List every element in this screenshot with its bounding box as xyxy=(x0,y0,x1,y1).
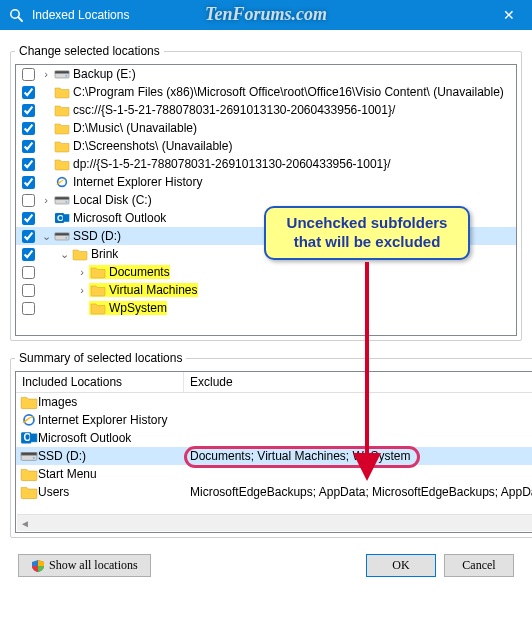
svg-rect-13 xyxy=(55,233,69,235)
tree-item-label: Backup (E:) xyxy=(71,67,136,81)
summary-row[interactable]: Start Menu xyxy=(16,465,532,483)
tree-checkbox[interactable] xyxy=(22,140,35,153)
change-locations-legend: Change selected locations xyxy=(15,44,164,58)
folder-icon xyxy=(90,283,106,297)
chevron-right-icon[interactable]: › xyxy=(75,266,89,278)
tree-row[interactable]: C:\Program Files (x86)\Microsoft Office\… xyxy=(16,83,516,101)
col-exclude[interactable]: Exclude xyxy=(184,372,532,392)
summary-name: Images xyxy=(38,395,77,409)
tree-checkbox[interactable] xyxy=(22,158,35,171)
tree-item-label: SSD (D:) xyxy=(71,229,121,243)
indexing-icon xyxy=(8,7,24,23)
chevron-right-icon[interactable]: › xyxy=(39,194,53,206)
folder-icon xyxy=(72,247,88,261)
tree-checkbox[interactable] xyxy=(22,266,35,279)
show-all-locations-button[interactable]: Show all locations xyxy=(18,554,151,577)
tree-item-label: Documents xyxy=(107,265,170,279)
locations-tree[interactable]: ›Backup (E:)C:\Program Files (x86)\Micro… xyxy=(15,64,517,336)
svg-rect-3 xyxy=(55,71,69,73)
tree-row[interactable]: ›Documents xyxy=(16,263,516,281)
tree-item-label: D:\Music\ (Unavailable) xyxy=(71,121,197,135)
svg-point-21 xyxy=(33,457,35,459)
tree-row[interactable]: ›Backup (E:) xyxy=(16,65,516,83)
folder-icon xyxy=(20,394,38,410)
tree-checkbox[interactable] xyxy=(22,86,35,99)
summary-row[interactable]: UsersMicrosoftEdgeBackups; AppData; Micr… xyxy=(16,483,532,501)
tree-item-label: Virtual Machines xyxy=(107,283,198,297)
tree-row[interactable]: Internet Explorer History xyxy=(16,173,516,191)
tree-item-label: C:\Program Files (x86)\Microsoft Office\… xyxy=(71,85,504,99)
tree-row[interactable]: ⌄Brink xyxy=(16,245,516,263)
summary-name: SSD (D:) xyxy=(38,449,86,463)
chevron-right-icon[interactable]: › xyxy=(39,68,53,80)
tree-checkbox[interactable] xyxy=(22,176,35,189)
tree-row[interactable]: D:\Music\ (Unavailable) xyxy=(16,119,516,137)
ok-button[interactable]: OK xyxy=(366,554,436,577)
tree-row[interactable]: csc://{S-1-5-21-788078031-2691013130-206… xyxy=(16,101,516,119)
close-button[interactable]: ✕ xyxy=(486,0,532,30)
tree-checkbox[interactable] xyxy=(22,212,35,225)
tree-row[interactable]: ⌄SSD (D:) xyxy=(16,227,516,245)
summary-name: Start Menu xyxy=(38,467,97,481)
folder-icon xyxy=(90,301,106,315)
tree-checkbox[interactable] xyxy=(22,68,35,81)
tree-checkbox[interactable] xyxy=(22,230,35,243)
tree-row[interactable]: D:\Screenshots\ (Unavailable) xyxy=(16,137,516,155)
window-title: Indexed Locations xyxy=(32,8,129,22)
folder-icon xyxy=(90,265,106,279)
summary-exclude: Documents; Virtual Machines; WpSystem xyxy=(190,449,411,463)
tree-row[interactable]: WpSystem xyxy=(16,299,516,317)
folder-icon xyxy=(54,139,70,153)
summary-row[interactable]: Internet Explorer History xyxy=(16,411,532,429)
summary-name: Users xyxy=(38,485,69,499)
drive-icon xyxy=(20,448,38,464)
folder-icon xyxy=(54,121,70,135)
summary-header: Included Locations Exclude xyxy=(16,372,532,393)
tree-item-label: D:\Screenshots\ (Unavailable) xyxy=(71,139,232,153)
horizontal-scrollbar[interactable]: ◄► xyxy=(17,514,532,531)
title-bar: Indexed Locations ✕ xyxy=(0,0,532,30)
drive-icon xyxy=(54,67,70,81)
tree-checkbox[interactable] xyxy=(22,284,35,297)
folder-icon xyxy=(54,103,70,117)
chevron-right-icon[interactable]: › xyxy=(75,284,89,296)
tree-row[interactable]: ›Virtual Machines xyxy=(16,281,516,299)
folder-icon xyxy=(54,85,70,99)
summary-row[interactable]: Images xyxy=(16,393,532,411)
tree-checkbox[interactable] xyxy=(22,122,35,135)
tree-row[interactable]: ›Local Disk (C:) xyxy=(16,191,516,209)
tree-item-label: dp://{S-1-5-21-788078031-2691013130-2060… xyxy=(71,157,391,171)
folder-icon xyxy=(20,484,38,500)
cancel-button[interactable]: Cancel xyxy=(444,554,514,577)
outlook-icon: O xyxy=(20,430,38,446)
tree-row[interactable]: OMicrosoft Outlook xyxy=(16,209,516,227)
summary-legend: Summary of selected locations xyxy=(15,351,186,365)
svg-rect-20 xyxy=(21,453,37,456)
summary-row[interactable]: OMicrosoft Outlook xyxy=(16,429,532,447)
col-included[interactable]: Included Locations xyxy=(16,372,184,392)
svg-point-5 xyxy=(58,178,67,187)
tree-checkbox[interactable] xyxy=(22,104,35,117)
folder-icon xyxy=(20,466,38,482)
chevron-down-icon[interactable]: ⌄ xyxy=(57,248,71,261)
tree-row[interactable]: dp://{S-1-5-21-788078031-2691013130-2060… xyxy=(16,155,516,173)
chevron-down-icon[interactable]: ⌄ xyxy=(39,230,53,243)
summary-listview[interactable]: Included Locations Exclude ImagesInterne… xyxy=(15,371,532,533)
shield-icon xyxy=(31,559,45,573)
tree-item-label: Microsoft Outlook xyxy=(71,211,166,225)
tree-checkbox[interactable] xyxy=(22,194,35,207)
summary-group: Summary of selected locations Included L… xyxy=(10,351,532,538)
internet-explorer-icon xyxy=(54,175,70,189)
tree-item-label: Brink xyxy=(89,247,118,261)
drive-icon xyxy=(54,193,70,207)
client-area: Change selected locations ›Backup (E:)C:… xyxy=(0,30,532,587)
change-locations-group: Change selected locations ›Backup (E:)C:… xyxy=(10,44,522,341)
footer: Show all locations OK Cancel xyxy=(10,548,522,577)
summary-row[interactable]: SSD (D:)Documents; Virtual Machines; WpS… xyxy=(16,447,532,465)
svg-point-15 xyxy=(24,415,34,425)
folder-icon xyxy=(54,157,70,171)
tree-checkbox[interactable] xyxy=(22,302,35,315)
tree-checkbox[interactable] xyxy=(22,248,35,261)
svg-point-14 xyxy=(65,237,67,239)
svg-rect-18 xyxy=(30,434,37,442)
